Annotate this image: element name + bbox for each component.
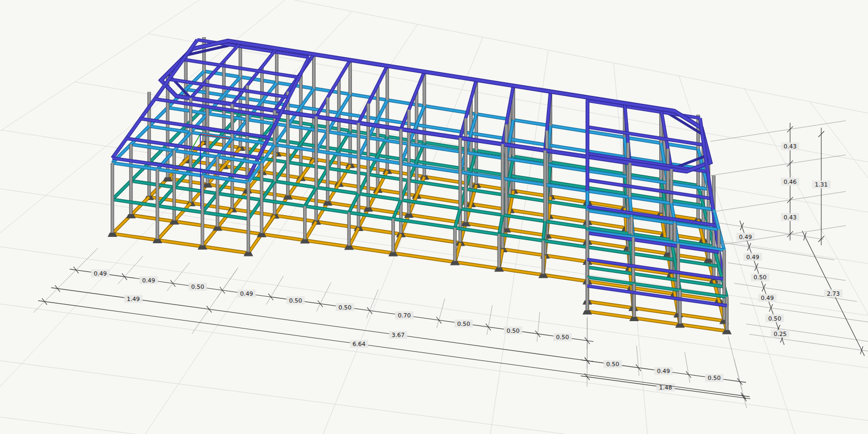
dim-label: 3.67 bbox=[389, 331, 408, 339]
svg-text:0.50: 0.50 bbox=[768, 315, 782, 322]
svg-text:0.43: 0.43 bbox=[784, 143, 797, 150]
svg-text:0.50: 0.50 bbox=[339, 304, 352, 311]
axis-z bbox=[200, 134, 201, 209]
dim-label: 0.50 bbox=[286, 296, 305, 304]
dim-label: 0.50 bbox=[751, 273, 769, 281]
dim-label: 0.49 bbox=[139, 276, 158, 284]
svg-text:0.25: 0.25 bbox=[774, 331, 787, 338]
dim-label: 0.46 bbox=[781, 178, 800, 185]
svg-text:0.49: 0.49 bbox=[746, 254, 759, 261]
dim-label: 0.43 bbox=[781, 143, 800, 150]
svg-text:0.49: 0.49 bbox=[142, 277, 155, 284]
svg-text:0.43: 0.43 bbox=[784, 214, 797, 221]
scene-svg: 0.490.490.500.490.500.500.700.500.500.50… bbox=[0, 0, 868, 434]
dim-label: 1.49 bbox=[124, 295, 143, 303]
svg-text:0.49: 0.49 bbox=[657, 368, 670, 375]
svg-text:0.50: 0.50 bbox=[606, 361, 619, 368]
svg-text:0.70: 0.70 bbox=[398, 312, 411, 319]
dim-label: 0.50 bbox=[455, 320, 473, 327]
dim-label: 0.50 bbox=[705, 374, 723, 382]
dim-label: 0.50 bbox=[604, 360, 622, 368]
dim-label: 0.49 bbox=[758, 294, 777, 302]
dim-label: 0.49 bbox=[654, 367, 673, 375]
svg-text:0.50: 0.50 bbox=[289, 297, 302, 304]
beam-member[interactable] bbox=[543, 221, 545, 241]
dim-label: 0.50 bbox=[189, 283, 207, 291]
svg-text:0.49: 0.49 bbox=[761, 295, 774, 302]
dim-label: 0.25 bbox=[771, 330, 790, 338]
svg-text:0.46: 0.46 bbox=[784, 179, 797, 185]
dim-label: 0.50 bbox=[504, 326, 522, 334]
svg-text:1.31: 1.31 bbox=[815, 181, 828, 188]
dim-label: 0.49 bbox=[743, 253, 762, 261]
dim-label: 0.49 bbox=[737, 233, 755, 241]
svg-text:2.73: 2.73 bbox=[827, 290, 840, 297]
svg-text:0.50: 0.50 bbox=[754, 274, 767, 281]
svg-text:0.50: 0.50 bbox=[457, 321, 471, 327]
svg-text:0.49: 0.49 bbox=[94, 270, 107, 277]
svg-text:3.67: 3.67 bbox=[392, 332, 405, 339]
dim-label: 0.50 bbox=[336, 303, 355, 311]
svg-text:0.50: 0.50 bbox=[707, 375, 721, 382]
dim-label: 1.31 bbox=[812, 181, 831, 189]
svg-text:1.49: 1.49 bbox=[127, 296, 140, 303]
3d-viewport[interactable]: 0.490.490.500.490.500.500.700.500.500.50… bbox=[0, 0, 868, 434]
dim-label: 6.64 bbox=[350, 340, 368, 348]
dim-label: 0.49 bbox=[91, 269, 110, 277]
dim-label: 0.50 bbox=[766, 314, 784, 322]
svg-text:6.64: 6.64 bbox=[352, 341, 366, 348]
svg-text:0.50: 0.50 bbox=[191, 284, 205, 290]
svg-text:0.50: 0.50 bbox=[507, 327, 520, 334]
dim-label: 0.43 bbox=[781, 213, 800, 221]
dim-label: 0.49 bbox=[237, 290, 256, 298]
dim-label: 2.73 bbox=[824, 289, 843, 297]
dim-label: 0.70 bbox=[395, 312, 414, 320]
svg-text:0.49: 0.49 bbox=[739, 234, 752, 241]
svg-text:0.49: 0.49 bbox=[240, 290, 253, 297]
svg-text:0.50: 0.50 bbox=[556, 334, 569, 341]
dim-label: 0.50 bbox=[553, 333, 572, 341]
